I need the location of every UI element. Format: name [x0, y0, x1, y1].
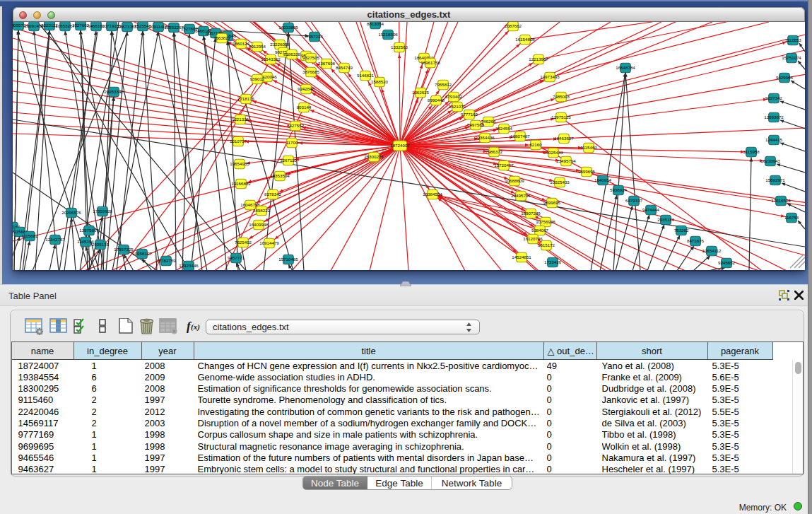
svg-text:16120746: 16120746	[523, 236, 543, 241]
svg-text:11700: 11700	[286, 140, 298, 145]
svg-text:12093872: 12093872	[764, 115, 784, 119]
svg-text:3624554: 3624554	[495, 126, 513, 131]
svg-text:20206576: 20206576	[61, 210, 81, 215]
svg-text:1615172: 1615172	[538, 243, 555, 247]
svg-text:9660124: 9660124	[233, 41, 250, 46]
svg-text:12923446: 12923446	[179, 263, 199, 268]
svg-text:13975867: 13975867	[79, 228, 99, 233]
svg-text:116753: 116753	[784, 215, 799, 220]
svg-text:1332563: 1332563	[391, 45, 408, 49]
svg-text:803144: 803144	[297, 105, 312, 110]
svg-text:1588520: 1588520	[371, 79, 389, 84]
svg-text:8471676: 8471676	[687, 238, 705, 243]
svg-text:1115682: 1115682	[21, 233, 38, 238]
svg-text:23495794: 23495794	[556, 158, 576, 163]
svg-text:9327505: 9327505	[302, 55, 320, 60]
svg-text:23495794: 23495794	[511, 193, 531, 198]
svg-text:17016504: 17016504	[771, 198, 791, 203]
svg-text:9227342: 9227342	[765, 95, 783, 100]
svg-text:16782759: 16782759	[156, 258, 176, 263]
svg-text:10973493: 10973493	[540, 74, 560, 79]
svg-text:15692971: 15692971	[765, 177, 785, 182]
svg-text:8813054: 8813054	[367, 22, 384, 26]
svg-text:16648784: 16648784	[616, 65, 635, 70]
svg-text:18907249: 18907249	[521, 211, 541, 216]
svg-text:2367608: 2367608	[318, 61, 336, 66]
svg-text:10807487: 10807487	[510, 134, 530, 139]
svg-text:62160: 62160	[529, 142, 542, 147]
svg-text:7485003: 7485003	[553, 94, 570, 99]
svg-text:1244415: 1244415	[765, 137, 783, 142]
svg-text:19654935: 19654935	[230, 161, 249, 166]
svg-text:1362625: 1362625	[412, 90, 430, 95]
svg-text:7357224: 7357224	[306, 34, 324, 39]
svg-text:16543362: 16543362	[261, 57, 281, 62]
svg-text:25300275: 25300275	[364, 154, 384, 159]
svg-text:7986372: 7986372	[486, 149, 503, 154]
svg-text:16154808: 16154808	[515, 37, 535, 42]
svg-text:10958107: 10958107	[132, 251, 152, 256]
svg-text:19218506: 19218506	[378, 32, 398, 37]
svg-text:15710485: 15710485	[278, 257, 298, 262]
svg-text:8454749: 8454749	[336, 65, 353, 70]
svg-text:6793402: 6793402	[445, 94, 463, 99]
svg-text:3876685: 3876685	[302, 69, 320, 74]
svg-text:14353594: 14353594	[270, 173, 290, 178]
svg-text:9329966: 9329966	[776, 75, 794, 80]
svg-text:14524851: 14524851	[512, 255, 531, 259]
svg-text:16409948: 16409948	[249, 222, 269, 227]
svg-text:19384554: 19384554	[423, 192, 442, 197]
svg-text:9146821: 9146821	[357, 73, 375, 78]
svg-text:15751074: 15751074	[782, 55, 801, 60]
svg-text:9457771: 9457771	[228, 255, 245, 260]
svg-text:10025433: 10025433	[550, 180, 570, 185]
svg-text:1221336: 1221336	[232, 117, 249, 122]
svg-text:8912954: 8912954	[249, 44, 266, 49]
svg-text:16033809: 16033809	[278, 25, 298, 30]
svg-text:16961758: 16961758	[420, 60, 440, 65]
svg-text:10025433: 10025433	[543, 150, 563, 155]
svg-text:3498222: 3498222	[253, 208, 271, 213]
svg-text:2935114: 2935114	[657, 217, 674, 222]
svg-text:7625402: 7625402	[235, 240, 252, 245]
svg-text:16210643: 16210643	[760, 158, 780, 163]
svg-text:8427552: 8427552	[287, 123, 305, 128]
svg-text:8378342: 8378342	[264, 192, 282, 197]
svg-text:19166822: 19166822	[231, 181, 251, 186]
svg-text:20053346: 20053346	[104, 89, 124, 94]
svg-text:(x): (x)	[191, 322, 200, 332]
svg-text:3115958: 3115958	[743, 149, 760, 154]
svg-text:10654112: 10654112	[702, 248, 722, 253]
svg-text:10688609: 10688609	[505, 178, 524, 183]
svg-text:9777169: 9777169	[461, 112, 478, 117]
svg-text:7955812: 7955812	[435, 82, 452, 87]
svg-text:2718176: 2718176	[237, 96, 255, 101]
svg-text:9699695: 9699695	[543, 200, 561, 205]
svg-text:5938924: 5938924	[610, 187, 628, 192]
svg-text:9115460: 9115460	[580, 145, 597, 150]
svg-text:1640954: 1640954	[594, 177, 612, 182]
svg-text:2087662: 2087662	[505, 23, 522, 28]
svg-text:12213967: 12213967	[529, 57, 548, 62]
svg-text:1112853: 1112853	[784, 37, 801, 42]
svg-text:18724007: 18724007	[390, 143, 410, 148]
svg-text:2505135: 2505135	[92, 242, 110, 247]
svg-text:6479197: 6479197	[625, 198, 643, 203]
svg-text:3267110: 3267110	[280, 158, 297, 163]
svg-text:12342757: 12342757	[45, 237, 65, 242]
svg-text:15720407: 15720407	[494, 163, 514, 168]
svg-text:17957225: 17957225	[114, 247, 134, 252]
svg-text:18463627: 18463627	[554, 136, 574, 141]
svg-text:9245652: 9245652	[718, 260, 736, 265]
svg-text:1733426: 1733426	[544, 259, 562, 264]
svg-text:23226058: 23226058	[270, 42, 290, 47]
svg-text:7663822: 7663822	[213, 35, 231, 40]
svg-text:1527602: 1527602	[72, 23, 90, 28]
svg-text:9699695: 9699695	[578, 169, 596, 174]
svg-text:6497568: 6497568	[467, 122, 485, 127]
svg-text:763262: 763262	[674, 228, 689, 233]
svg-text:10756928: 10756928	[536, 219, 555, 224]
svg-text:17359928: 17359928	[93, 209, 112, 214]
svg-text:12975125: 12975125	[551, 115, 571, 119]
svg-text:8990448: 8990448	[428, 98, 445, 103]
